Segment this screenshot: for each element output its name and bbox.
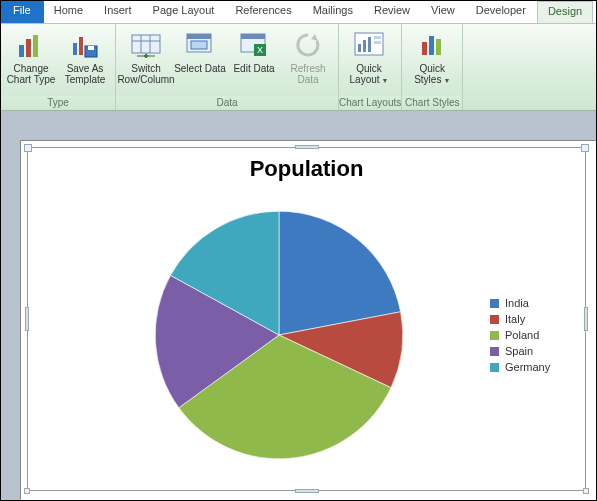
svg-rect-13 (191, 41, 207, 49)
chevron-down-icon: ▼ (382, 77, 389, 84)
document-area: Population IndiaItalyPolandSpainGermany (1, 111, 596, 500)
ribbon-group-chart-layouts: Quick Layout▼ Chart Layouts (339, 24, 402, 110)
quick-layout-button[interactable]: Quick Layout▼ (343, 26, 395, 86)
change-chart-type-button[interactable]: Change Chart Type (5, 26, 57, 85)
tab-references[interactable]: References (225, 1, 302, 23)
refresh-data-button: Refresh Data (282, 26, 334, 85)
select-data-button[interactable]: Select Data (174, 26, 226, 74)
quick-styles-icon (416, 29, 448, 61)
svg-rect-20 (363, 40, 366, 52)
svg-rect-1 (26, 39, 31, 57)
group-label-data: Data (116, 96, 338, 110)
svg-rect-6 (88, 46, 94, 50)
switch-row-column-button[interactable]: Switch Row/Column (120, 26, 172, 85)
tab-strip: File Home Insert Page Layout References … (1, 1, 596, 23)
legend-item-spain[interactable]: Spain (490, 345, 579, 357)
chart-title[interactable]: Population (28, 148, 585, 184)
legend-label: Germany (505, 361, 550, 373)
tab-developer[interactable]: Developer (466, 1, 537, 23)
switch-icon (130, 29, 162, 61)
save-template-icon (69, 29, 101, 61)
tab-review[interactable]: Review (364, 1, 421, 23)
svg-rect-12 (187, 34, 211, 39)
legend-swatch (490, 315, 499, 324)
select-data-icon (184, 29, 216, 61)
legend-item-italy[interactable]: Italy (490, 313, 579, 325)
ribbon-group-chart-styles: Quick Styles▼ Chart Styles (402, 24, 463, 110)
svg-rect-24 (422, 42, 427, 55)
quick-layout-label: Quick Layout▼ (343, 63, 395, 86)
save-as-template-button[interactable]: Save As Template (59, 26, 111, 85)
edit-data-label: Edit Data (233, 63, 274, 74)
group-label-chart-layouts: Chart Layouts (339, 96, 401, 110)
quick-layout-icon (353, 29, 385, 61)
pie-chart[interactable] (149, 205, 409, 465)
legend-label: Italy (505, 313, 525, 325)
svg-rect-0 (19, 45, 24, 57)
select-data-label: Select Data (174, 63, 226, 74)
legend-swatch (490, 299, 499, 308)
refresh-data-label: Refresh Data (282, 63, 334, 85)
svg-rect-21 (368, 37, 371, 52)
legend-label: Spain (505, 345, 533, 357)
group-label-type: Type (1, 96, 115, 110)
tab-view[interactable]: View (421, 1, 466, 23)
legend-item-germany[interactable]: Germany (490, 361, 579, 373)
svg-rect-3 (73, 43, 77, 55)
legend-item-poland[interactable]: Poland (490, 329, 579, 341)
edit-data-icon: X (238, 29, 270, 61)
svg-rect-2 (33, 35, 38, 57)
edit-data-button[interactable]: X Edit Data (228, 26, 280, 74)
chart-type-icon (15, 29, 47, 61)
refresh-icon (292, 29, 324, 61)
svg-rect-19 (358, 44, 361, 52)
legend-swatch (490, 363, 499, 372)
tab-file[interactable]: File (1, 1, 44, 23)
page: Population IndiaItalyPolandSpainGermany (21, 141, 596, 501)
legend-swatch (490, 347, 499, 356)
svg-rect-22 (374, 36, 381, 39)
ribbon-group-type: Change Chart Type Save As Template Type (1, 24, 116, 110)
quick-styles-button[interactable]: Quick Styles▼ (406, 26, 458, 86)
tab-mailings[interactable]: Mailings (303, 1, 364, 23)
tab-page-layout[interactable]: Page Layout (143, 1, 226, 23)
svg-rect-25 (429, 36, 434, 55)
svg-rect-23 (374, 41, 381, 44)
svg-rect-4 (79, 37, 83, 55)
chart-object[interactable]: Population IndiaItalyPolandSpainGermany (27, 147, 586, 491)
change-chart-type-label: Change Chart Type (5, 63, 57, 85)
chevron-down-icon: ▼ (443, 77, 450, 84)
legend-swatch (490, 331, 499, 340)
svg-rect-7 (132, 35, 160, 53)
legend-label: Poland (505, 329, 539, 341)
chart-legend[interactable]: IndiaItalyPolandSpainGermany (490, 293, 585, 377)
svg-rect-26 (436, 39, 441, 55)
legend-label: India (505, 297, 529, 309)
svg-rect-15 (241, 34, 265, 39)
svg-text:X: X (257, 45, 263, 55)
quick-styles-label: Quick Styles▼ (406, 63, 458, 86)
save-as-template-label: Save As Template (59, 63, 111, 85)
legend-item-india[interactable]: India (490, 297, 579, 309)
group-label-chart-styles: Chart Styles (402, 96, 462, 110)
ribbon-group-data: Switch Row/Column Select Data X Edit Dat… (116, 24, 339, 110)
tab-design[interactable]: Design (537, 1, 593, 23)
switch-row-column-label: Switch Row/Column (117, 63, 174, 85)
tab-insert[interactable]: Insert (94, 1, 143, 23)
ribbon: Change Chart Type Save As Template Type … (1, 23, 596, 111)
tab-home[interactable]: Home (44, 1, 94, 23)
